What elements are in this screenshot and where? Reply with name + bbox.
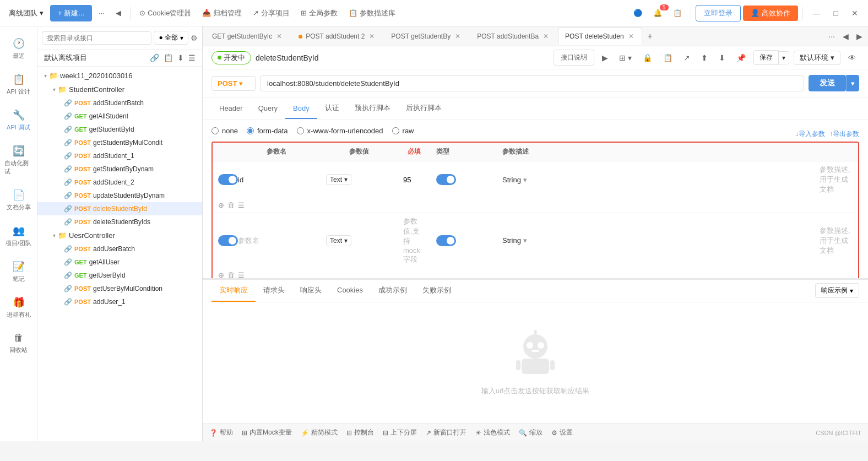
param-name-1[interactable]: id (232, 172, 321, 187)
list-item[interactable]: 🔗 GET getUserById (37, 269, 202, 282)
param-value-1[interactable] (398, 172, 431, 187)
archive-button[interactable]: 📥 归档管理 (198, 6, 246, 20)
list-item[interactable]: 🔗 POST addStudentBatch (37, 96, 202, 110)
download-button[interactable]: ⬇ (177, 53, 184, 62)
tab-post-getstudentby[interactable]: POST getStudentBy ✕ (384, 28, 469, 45)
param-value-2[interactable]: 参数值,支持mock字段 (398, 213, 431, 268)
list-item[interactable]: 🔗 POST addUser_1 (37, 295, 202, 308)
close-button[interactable]: ✕ (846, 7, 864, 20)
settings-button[interactable]: ⚙ 设置 (551, 428, 573, 437)
console-button[interactable]: ⊟ 控制台 (346, 428, 374, 437)
sidebar-item-notes[interactable]: 📝 笔记 (0, 255, 37, 289)
help-button[interactable]: ❓ 帮助 (209, 428, 233, 437)
link-icon-button[interactable]: 🔗 (150, 53, 159, 62)
collab-button[interactable]: 👤 高效协作 (743, 6, 798, 21)
tab-close-icon[interactable]: ✕ (454, 32, 462, 40)
list-item[interactable]: 🔗 POST updateStudentByDynam (37, 189, 202, 202)
sidebar-item-project-team[interactable]: 👥 项目/团队 (0, 219, 37, 253)
status-badge[interactable]: 开发中 (211, 51, 251, 64)
param-name-2[interactable]: 参数名 (232, 232, 321, 249)
sidebar-item-trash[interactable]: 🗑 回收站 (0, 327, 37, 360)
tab-fail-example[interactable]: 失败示例 (415, 280, 459, 302)
list-item[interactable]: 🔗 GET getStudentById (37, 123, 202, 136)
tab-close-icon[interactable]: ✕ (542, 32, 550, 40)
save-button[interactable]: 保存 (753, 50, 779, 65)
row-icon-btn-1a[interactable]: ⊕ (218, 201, 224, 209)
tab-query[interactable]: Query (251, 99, 285, 119)
param-toggle-1[interactable] (218, 174, 238, 185)
tree-folder-user-controller[interactable]: ▾ 📁 UesrController (37, 229, 202, 242)
sidebar-item-auto-test[interactable]: 🔄 自动化测试 (0, 139, 37, 181)
sidebar-item-group-gift[interactable]: 🎁 进群有礼 (0, 291, 37, 324)
tab-prev-button[interactable]: ◀ (839, 32, 852, 41)
send-button[interactable]: 发送 (809, 75, 846, 91)
export-params-button[interactable]: ↑导出参数 (829, 129, 859, 139)
menu-button[interactable]: ☰ (188, 53, 196, 62)
sidebar-item-api-debug[interactable]: 🔧 API 调试 (0, 104, 37, 137)
tab-close-icon[interactable]: ✕ (627, 32, 635, 40)
interface-desc-button[interactable]: 接口说明 (554, 50, 594, 66)
required-param-toggle-2[interactable] (436, 235, 456, 246)
lock-button[interactable]: 🔒 (639, 51, 655, 64)
radio-urlencoded[interactable]: x-www-form-urlencoded (297, 127, 383, 135)
split-button[interactable]: ⊟ 上下分屏 (383, 428, 417, 437)
radio-none-input[interactable] (211, 127, 219, 134)
alert-button[interactable]: 🔔 5 (649, 7, 666, 19)
import-button[interactable]: ⬇ (715, 51, 729, 64)
radio-form-data[interactable]: form-data (247, 127, 288, 135)
tab-auth[interactable]: 认证 (317, 97, 347, 120)
tab-post-script[interactable]: 后执行脚本 (398, 97, 449, 120)
notification-button[interactable]: 🔵 (629, 7, 647, 19)
new-button[interactable]: + 新建... (50, 5, 92, 21)
maximize-button[interactable]: □ (828, 7, 844, 20)
param-desc-button[interactable]: 📋 参数描述库 (344, 6, 400, 20)
radio-none[interactable]: none (211, 127, 238, 135)
list-item[interactable]: 🔗 POST getUserByMulCondition (37, 282, 202, 295)
tab-post-deletestuden[interactable]: POST deleteStuden ✕ (558, 28, 642, 45)
save-dropdown-button[interactable]: ▾ (779, 51, 789, 64)
list-item[interactable]: 🔗 POST getStudentByDynam (37, 162, 202, 176)
sidebar-item-api-design[interactable]: 📋 API 设计 (0, 68, 37, 101)
list-item[interactable]: 🔗 POST deleteStudentById (37, 202, 202, 215)
import-params-button[interactable]: ↓导入参数 (795, 129, 825, 139)
row-drag-btn-2[interactable]: ☰ (238, 271, 245, 278)
tab-next-button[interactable]: ▶ (853, 32, 866, 41)
param-toggle-2[interactable] (218, 235, 238, 246)
tab-request-header[interactable]: 请求头 (256, 280, 292, 302)
global-params-button[interactable]: ⊞ 全局参数 (296, 6, 342, 20)
param-value-input-1[interactable] (403, 176, 425, 184)
share-button[interactable]: ↗ (680, 51, 693, 64)
simplify-button[interactable]: ⚡ 精简模式 (301, 428, 338, 437)
tab-success-example[interactable]: 成功示例 (371, 280, 415, 302)
login-button[interactable]: 立即登录 (696, 5, 741, 21)
tab-more-button[interactable]: ··· (825, 32, 838, 41)
settings-button[interactable]: ⚙ (191, 34, 198, 42)
run-mode-button[interactable]: ⊞ ▾ (616, 51, 635, 64)
method-selector[interactable]: POST ▾ (211, 76, 256, 91)
row-drag-btn-1[interactable]: ☰ (238, 201, 245, 209)
history-button[interactable]: 📋 (669, 7, 686, 19)
back-button[interactable]: ◀ (111, 7, 126, 19)
tab-cookies[interactable]: Cookies (329, 280, 371, 301)
required-param-toggle-1[interactable] (436, 174, 456, 185)
tab-get-student-byic[interactable]: GET getStudentByIc ✕ (205, 28, 290, 45)
tree-folder-student-controller[interactable]: ▾ 📁 StudentController (37, 83, 202, 96)
tree-group-week11[interactable]: ▾ 📁 week11_20201003016 (37, 69, 202, 83)
list-item[interactable]: 🔗 POST deleteStudentByIds (37, 215, 202, 229)
radio-form-data-input[interactable] (247, 127, 254, 134)
export-button[interactable]: ⬆ (698, 51, 711, 64)
sidebar-item-doc-share[interactable]: 📄 文档分享 (0, 183, 37, 217)
response-example-selector[interactable]: 响应示例 ▾ (815, 283, 859, 298)
row-delete-btn-2[interactable]: 🗑 (227, 271, 235, 278)
scope-selector[interactable]: ● 全部 ▾ (154, 31, 188, 45)
cookie-manager-button[interactable]: ⊙ Cookie管理器 (135, 6, 196, 20)
tab-close-icon[interactable]: ✕ (275, 32, 283, 40)
tab-header[interactable]: Header (211, 99, 251, 119)
tab-body[interactable]: Body (285, 99, 317, 119)
radio-urlencoded-input[interactable] (297, 127, 304, 134)
tab-response-header[interactable]: 响应头 (292, 280, 329, 302)
minimize-button[interactable]: — (807, 7, 826, 20)
list-item[interactable]: 🔗 GET getAllUser (37, 256, 202, 269)
type-selector-2[interactable]: Text ▾ (326, 235, 351, 246)
tab-close-icon[interactable]: ✕ (368, 32, 376, 40)
